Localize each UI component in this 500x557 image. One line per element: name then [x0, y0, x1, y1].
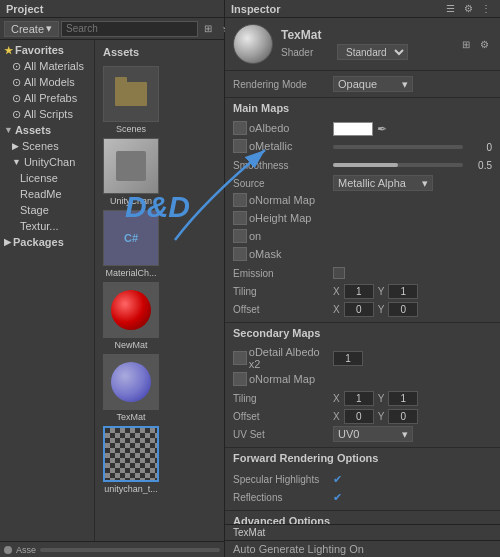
albedo-color-swatch[interactable]: [333, 122, 373, 136]
main-maps-section: oAlbedo ✒ oMetallic: [225, 116, 500, 322]
project-panel-header: Project: [0, 0, 224, 18]
asset-item-scenes[interactable]: Scenes: [101, 66, 161, 134]
secondary-tiling-xy: X Y: [333, 391, 418, 406]
secondary-offset-label: Offset: [233, 411, 333, 422]
collapse-icon: ▼: [12, 157, 21, 167]
secondary-tiling-x[interactable]: [344, 391, 374, 406]
metallic-slider[interactable]: [333, 145, 463, 149]
asset-item-texmat[interactable]: TexMat: [101, 354, 161, 422]
secondary-normal-row: oNormal Map: [233, 371, 492, 389]
emission-value: [333, 267, 492, 279]
asset-label-unitychan-t: unitychan_t...: [104, 484, 158, 494]
source-row: Source Metallic Alpha ▾: [233, 174, 492, 192]
reflections-row: Reflections ✔: [233, 488, 492, 506]
material-sphere-preview: [233, 24, 273, 64]
bottom-bar-text: Asse: [16, 545, 36, 555]
tiling-x-input[interactable]: [344, 284, 374, 299]
inspector-icon-btn-2[interactable]: ⚙: [460, 1, 476, 17]
secondary-offset-x[interactable]: [344, 409, 374, 424]
occlusion-label: on: [233, 229, 333, 245]
dropdown-arrow-icon: ▾: [402, 78, 408, 91]
sidebar-item-textur[interactable]: Textur...: [0, 218, 94, 234]
eyedropper-icon[interactable]: ✒: [377, 122, 387, 136]
sidebar-item-license[interactable]: License: [0, 170, 94, 186]
secondary-normal-label: oNormal Map: [233, 372, 333, 388]
search-input[interactable]: [61, 21, 198, 37]
sidebar-item-readme[interactable]: ReadMe: [0, 186, 94, 202]
inspector-icon-btn-3[interactable]: ⋮: [478, 1, 494, 17]
detail-albedo-label: oDetail Albedo x2: [233, 346, 333, 370]
rendering-mode-label: Rendering Mode: [233, 79, 333, 90]
offset-y-input[interactable]: [388, 302, 418, 317]
assets-grid-header: Assets: [99, 44, 220, 60]
emission-checkbox[interactable]: [333, 267, 345, 279]
inspector-header-icons: ☰ ⚙ ⋮: [442, 1, 494, 17]
reflections-check-icon[interactable]: ✔: [333, 491, 342, 504]
create-button[interactable]: Create ▾: [4, 21, 59, 37]
detail-albedo-row: oDetail Albedo x2: [233, 345, 492, 371]
material-header: TexMat Shader Standard ⊞ ⚙: [225, 18, 500, 71]
smoothness-slider[interactable]: [333, 163, 463, 167]
source-label: Source: [233, 178, 333, 189]
sidebar-item-scenes[interactable]: ▶ Scenes: [0, 138, 94, 154]
asset-item-unitychan[interactable]: UnityChan: [101, 138, 161, 206]
specular-row: Specular Highlights ✔: [233, 470, 492, 488]
sidebar-item-stage[interactable]: Stage: [0, 202, 94, 218]
inspector-header: Inspector ☰ ⚙ ⋮: [225, 0, 500, 18]
source-dropdown[interactable]: Metallic Alpha ▾: [333, 175, 433, 191]
reflections-value: ✔: [333, 491, 492, 504]
secondary-maps-section: oDetail Albedo x2 oNormal Map: [225, 341, 500, 447]
material-icon-btn-2[interactable]: ⚙: [476, 36, 492, 52]
tiling-y-input[interactable]: [388, 284, 418, 299]
sidebar-item-unitychan[interactable]: ▼ UnityChan: [0, 154, 94, 170]
occlusion-texture-box[interactable]: [233, 229, 247, 243]
secondary-offset-row: Offset X Y: [233, 407, 492, 425]
asset-item-materialch[interactable]: C# MaterialCh...: [101, 210, 161, 278]
asset-thumb-texmat: [103, 354, 159, 410]
asset-label-unitychan: UnityChan: [110, 196, 152, 206]
sec-normal-texture-box[interactable]: [233, 372, 247, 386]
search-icon: ⊙: [12, 76, 21, 89]
sidebar-item-all-scripts[interactable]: ⊙ All Scripts: [0, 106, 94, 122]
normal-map-row: oNormal Map: [233, 192, 492, 210]
sidebar-item-all-prefabs[interactable]: ⊙ All Prefabs: [0, 90, 94, 106]
inspector-icon-btn-1[interactable]: ☰: [442, 1, 458, 17]
normal-map-label: oNormal Map: [233, 193, 333, 209]
offset-y-label: Y: [378, 304, 385, 315]
smoothness-row: Smoothness 0.5: [233, 156, 492, 174]
bottom-slider[interactable]: [40, 548, 220, 552]
secondary-offset-y[interactable]: [388, 409, 418, 424]
uv-set-label: UV Set: [233, 429, 333, 440]
albedo-texture-box[interactable]: [233, 121, 247, 135]
asset-thumb-newmat: [103, 282, 159, 338]
secondary-tiling-y[interactable]: [388, 391, 418, 406]
uv-set-dropdown[interactable]: UV0 ▾: [333, 426, 413, 442]
sidebar-item-all-materials[interactable]: ⊙ All Materials: [0, 58, 94, 74]
normal-texture-box[interactable]: [233, 193, 247, 207]
icon-btn-1[interactable]: ⊞: [200, 21, 216, 37]
metallic-texture-box[interactable]: [233, 139, 247, 153]
asset-item-newmat[interactable]: NewMat: [101, 282, 161, 350]
material-name: TexMat: [281, 28, 450, 42]
detailmask-texture-box[interactable]: [233, 247, 247, 261]
specular-label: Specular Highlights: [233, 474, 333, 485]
folder-icon-scenes: [115, 82, 147, 106]
asset-label-materialch: MaterialCh...: [105, 268, 156, 278]
asset-label-scenes: Scenes: [116, 124, 146, 134]
shader-select[interactable]: Standard: [337, 44, 408, 60]
material-icon-btn-1[interactable]: ⊞: [458, 36, 474, 52]
detail-albedo-texture-box[interactable]: [233, 351, 247, 365]
height-texture-box[interactable]: [233, 211, 247, 225]
blue-ball-icon: [111, 362, 151, 402]
asset-item-unitychan-t[interactable]: unitychan_t...: [101, 426, 161, 494]
offset-x-input[interactable]: [344, 302, 374, 317]
detail-albedo-input[interactable]: [333, 351, 363, 366]
rendering-mode-dropdown[interactable]: Opaque ▾: [333, 76, 413, 92]
sidebar-item-all-models[interactable]: ⊙ All Models: [0, 74, 94, 90]
star-icon: ★: [4, 45, 13, 56]
specular-check-icon[interactable]: ✔: [333, 473, 342, 486]
tiling-y-label: Y: [378, 286, 385, 297]
collapse-icon: ▶: [12, 141, 19, 151]
secondary-maps-title: Secondary Maps: [225, 322, 500, 341]
material-name-area: TexMat Shader Standard: [281, 28, 450, 60]
